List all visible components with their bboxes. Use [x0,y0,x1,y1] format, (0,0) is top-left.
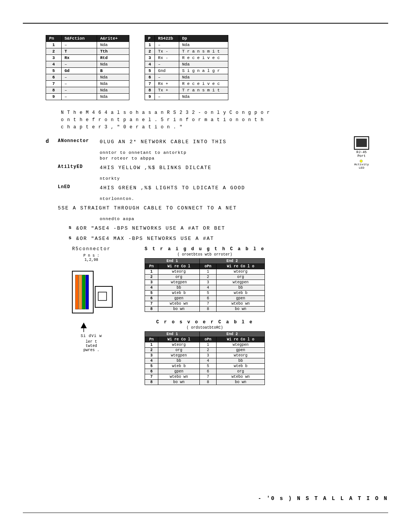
link-text: 4HIS GREEN ,%$ LIGHTS TO LDICATE A GOOD [100,184,388,192]
activity-text: 4HIS YELLOW ,%$ BLINKS DILCATE [100,164,388,172]
straight-pn1-header: Pn [145,264,158,269]
table-row: 9–Nda [145,94,228,100]
table-row: 5wteb b5wteb b [145,363,265,369]
straight-pn2-header: oPn [199,264,216,269]
activity-label: AtiltyED [58,164,100,169]
step-d-container: d ANonnector 0LUG AN 2* NETWORK CABLE IN… [46,138,388,162]
crossover-cable-table: End 1 End 2 Pn Wi re Co l oPn Wi re Co l… [145,331,265,385]
bullet-1-text: &OR "ASE4 -BPS NETWORKS USE A #AT OR BET [76,225,225,232]
top-rule [23,23,388,24]
step-d-sub1: onntor to onnetant to antorktp [100,150,388,156]
table-row: 3Rx -R e c e i v e c [145,55,228,61]
middle-section: R5connector P n s :1,2,98 Si dVi [46,246,388,385]
left-table-col-pin: Pn [46,35,62,42]
crossover-pn2-header: oPn [199,337,216,342]
link-label: LnED [58,184,100,190]
left-table-col-func: S&Fction [61,35,97,42]
tables-section: Pn S&Fction A&rite+ 1–Nda 2TTth 3RxRtd 4… [46,35,388,100]
bullet-step-2: s &OR "ASE4 MAX -BPS NETWORKS USE A #AT [68,235,388,243]
straight-cable-table: End 1 End 2 Pn Wi re Co l oPn Wi re Co l… [145,258,265,312]
left-table-col-desc: A&rite+ [97,35,129,42]
diagram-column: R5connector P n s :1,2,98 Si dVi [46,246,137,352]
cable-tables-column: S t r a i g d u g t h C a b l e ( oroetb… [145,246,265,385]
table-row: 8bo wn8bo wn [145,306,265,312]
steps-section: d ANonnector 0LUG AN 2* NETWORK CABLE IN… [46,138,388,243]
table-row: 7–Nda [46,81,129,87]
connector-svg [57,264,126,332]
note-line3: c h a p t e r 3 , " 0 e r a t i o n . " [61,124,388,131]
step-d-sub2: bor roteor to abppa [100,156,388,161]
table-row: 1–Nda [46,42,129,48]
table-row: 7wtebo wn7wtebo wn [145,301,265,306]
bullet-2-text: &OR "ASE4 MAX -BPS NETWORKS USE A #AT [76,235,214,243]
crossover-cable-title: C r o s v o e r C a b l e [145,320,265,325]
side-view-label: Si dVi w [81,334,102,338]
activity-led [360,160,363,163]
table-row: 2Tx -T r a n s m i t [145,48,228,55]
bullet-1-letter: s [68,225,76,230]
crossover-cable-subtitle: ( ordstoatbtoRC) [145,326,265,330]
table-row: 2TTth [46,48,129,55]
rj45-port [354,136,369,150]
note-line2: o n t h e f r o n t p a n e l . 5 r i n … [61,117,388,124]
table-row: 4–Nda [145,61,228,68]
left-pin-table: Pn S&Fction A&rite+ 1–Nda 2TTth 3RxRtd 4… [46,35,129,100]
rj45-label: RJ-45Port [356,150,366,158]
bullet-step-1: s &OR "ASE4 -BPS NETWORKS USE A #AT OR B… [68,225,388,232]
svg-rect-1 [75,275,78,309]
activity-step: AtiltyED 4HIS YELLOW ,%$ BLINKS DILCATE … [46,164,388,182]
cable-step-row: 5SE A STRAIGHT THROUGH CABLE TO CONNECT … [46,204,388,212]
step-d: d ANonnector 0LUG AN 2* NETWORK CABLE IN… [46,138,388,146]
table-row: 8bo wn8bo wn [145,379,265,385]
table-row: 7Rx +R e c e i v e c [145,81,228,87]
table-row: 4–Nda [46,61,129,68]
svg-rect-6 [98,292,107,300]
cable-text: 5SE A STRAIGHT THROUGH CABLE TO CONNECT … [58,204,388,212]
table-row: 8–Nda [46,87,129,94]
activity-step-row: AtiltyED 4HIS YELLOW ,%$ BLINKS DILCATE [46,164,388,172]
table-row: 3wtegpen3wtegpen [145,280,265,285]
svg-rect-3 [82,275,85,309]
table-row: 5wteb b5wteb b [145,290,265,296]
right-pin-table: P RS422b Dp 1–Nda 2Tx -T r a n s m i t 3… [145,35,228,100]
table-row: 5GdB [46,68,129,74]
straight-cable-wrapper: S t r a i g d u g t h C a b l e ( oroetb… [145,246,265,312]
straight-wire2-header: Wi re Co l o [217,264,265,269]
led-indicator-icon [360,160,363,163]
table-row: 2org2gpen [145,347,265,353]
bullet-2-letter: s [68,235,76,241]
straight-end2-header: End 2 [199,258,264,264]
footer-text: - '0 s ) N S T A L L A T I O N [258,495,388,502]
straight-cable-title: S t r a i g d u g t h C a b l e [145,246,265,252]
link-step-row: LnED 4HIS GREEN ,%$ LIGHTS TO LDICATE A … [46,184,388,192]
arrow-label: ler ttwtedpwres . [83,340,99,352]
table-row: 2org2org [145,274,265,280]
table-row: 5GndS i g n a l g r [145,68,228,74]
table-row: 6gpen6org [145,369,265,374]
right-table-col-dp: Dp [179,35,228,42]
table-row: 6–Nda [46,74,129,81]
step-d-text: 0LUG AN 2* NETWORK CABLE INTO THIS [100,138,388,146]
link-step: LnED 4HIS GREEN ,%$ LIGHTS TO LDICATE A … [46,184,388,202]
page-container: Pn S&Fction A&rite+ 1–Nda 2TTth 3RxRtd 4… [0,0,411,532]
crossover-cable-wrapper: C r o s v o e r C a b l e ( ordstoatbtoR… [145,320,265,385]
pins-label: P n s :1,2,98 [83,254,99,262]
table-row: 1–Nda [145,42,228,48]
connector-label: R5connector [72,246,110,252]
table-row: 9–Nda [46,94,129,100]
step-d-label: ANonnector [58,138,100,144]
table-row: 3RxRtd [46,55,129,61]
note-section: N T h e M 4 6 4 a l s o h a s a n R S 2 … [61,109,388,131]
table-row: 1wteorg1wtegpen [145,342,265,347]
activity-sub: ntorkty [100,176,388,182]
table-row: 1wteorg1wteorg [145,269,265,274]
svg-marker-7 [81,323,87,328]
right-table-col-p: P [145,35,155,42]
crossover-end1-header: End 1 [145,331,200,337]
rj45-port-inner [356,139,367,147]
bottom-rule [23,513,388,513]
straight-wire1-header: Wi re Co l [158,264,200,269]
svg-rect-4 [86,275,89,309]
crossover-pn1-header: Pn [145,337,158,342]
table-row: 7wtebo wn7wtebo wn [145,374,265,379]
